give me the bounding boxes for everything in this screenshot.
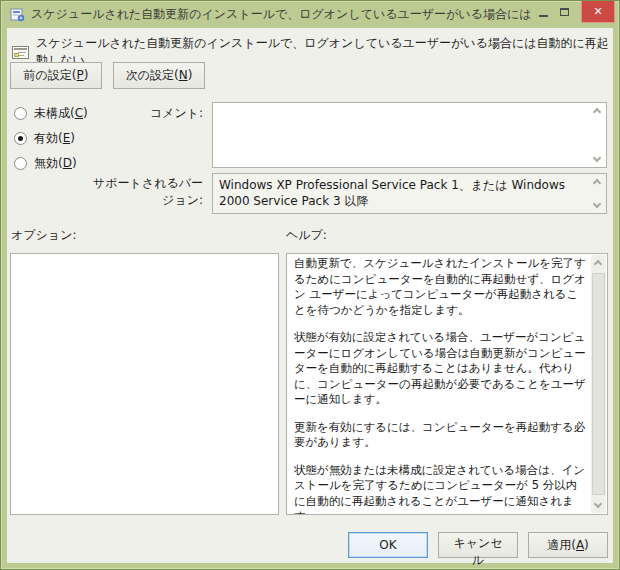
help-paragraph: 状態が有効に設定されている場合、ユーザーがコンピューターにログオンしている場合は… bbox=[294, 330, 587, 408]
radio-enabled[interactable]: 有効(E) bbox=[14, 131, 88, 145]
scrollbar-thumb[interactable] bbox=[592, 273, 605, 495]
scroll-up-icon[interactable] bbox=[593, 179, 601, 187]
caption-buttons: ✕ bbox=[533, 1, 619, 28]
comment-scrollbar[interactable] bbox=[590, 103, 606, 167]
supported-on-scrollbar[interactable] bbox=[590, 174, 606, 213]
policy-setting-icon bbox=[12, 46, 29, 59]
scroll-down-icon[interactable] bbox=[593, 154, 601, 162]
maximize-button[interactable] bbox=[554, 1, 575, 23]
scroll-down-icon[interactable] bbox=[593, 200, 601, 208]
radio-button-icon bbox=[14, 107, 27, 120]
maximize-icon bbox=[560, 8, 569, 16]
comment-box bbox=[212, 102, 607, 168]
dialog-client-area: スケジュールされた自動更新のインストールで、ログオンしているユーザーがいる場合に… bbox=[7, 28, 613, 563]
radio-disabled-label: 無効(D) bbox=[34, 155, 77, 172]
scroll-up-icon[interactable] bbox=[593, 108, 601, 116]
radio-enabled-label: 有効(E) bbox=[34, 130, 75, 147]
apply-button[interactable]: 適用(A) bbox=[528, 532, 608, 558]
next-setting-button[interactable]: 次の設定(N) bbox=[113, 62, 205, 89]
supported-on-value: Windows XP Professional Service Pack 1、ま… bbox=[213, 174, 606, 213]
radio-button-icon bbox=[14, 132, 27, 145]
titlebar[interactable]: スケジュールされた自動更新のインストールで、ログオンしているユーザーがいる場合に… bbox=[1, 1, 619, 28]
supported-on-box[interactable]: Windows XP Professional Service Pack 1、ま… bbox=[212, 173, 607, 214]
dialog-footer: OK キャンセル 適用(A) bbox=[7, 532, 608, 558]
scroll-up-icon[interactable] bbox=[594, 260, 602, 268]
radio-button-icon bbox=[14, 157, 27, 170]
policy-setting-window: スケジュールされた自動更新のインストールで、ログオンしているユーザーがいる場合に… bbox=[0, 0, 620, 570]
help-paragraph: 自動更新で、スケジュールされたインストールを完了するためにコンピューターを自動的… bbox=[294, 256, 587, 318]
help-paragraph: 更新を有効にするには、コンピューターを再起動する必要があります。 bbox=[294, 420, 587, 451]
help-panel: 自動更新で、スケジュールされたインストールを完了するためにコンピューターを自動的… bbox=[286, 253, 608, 515]
comment-label: コメント: bbox=[83, 105, 203, 122]
radio-not-configured-label: 未構成(C) bbox=[34, 105, 88, 122]
supported-on-label: サポートされるバージョン: bbox=[83, 175, 203, 209]
comment-input[interactable] bbox=[213, 103, 606, 167]
radio-disabled[interactable]: 無効(D) bbox=[14, 156, 88, 170]
cancel-button[interactable]: キャンセル bbox=[438, 532, 518, 558]
options-label: オプション: bbox=[11, 227, 76, 244]
options-panel bbox=[10, 253, 279, 515]
close-icon: ✕ bbox=[593, 5, 602, 18]
ok-button[interactable]: OK bbox=[348, 532, 428, 558]
scroll-down-icon[interactable] bbox=[594, 500, 602, 508]
close-button[interactable]: ✕ bbox=[581, 1, 615, 23]
help-scrollbar[interactable] bbox=[591, 255, 606, 513]
state-radio-group: 未構成(C) 有効(E) 無効(D) bbox=[14, 106, 88, 181]
group-policy-icon bbox=[10, 7, 25, 22]
setting-nav-buttons: 前の設定(P) 次の設定(N) bbox=[10, 62, 205, 89]
radio-not-configured[interactable]: 未構成(C) bbox=[14, 106, 88, 120]
help-text[interactable]: 自動更新で、スケジュールされたインストールを完了するためにコンピューターを自動的… bbox=[287, 254, 591, 514]
window-title: スケジュールされた自動更新のインストールで、ログオンしているユーザーがいる場合に… bbox=[31, 6, 533, 23]
help-paragraph: 状態が無効または未構成に設定されている場合は、インストールを完了するためにコンピ… bbox=[294, 463, 587, 515]
minimize-icon bbox=[539, 15, 548, 17]
previous-setting-button[interactable]: 前の設定(P) bbox=[10, 62, 102, 89]
minimize-button[interactable] bbox=[533, 1, 554, 23]
help-label: ヘルプ: bbox=[286, 227, 327, 244]
